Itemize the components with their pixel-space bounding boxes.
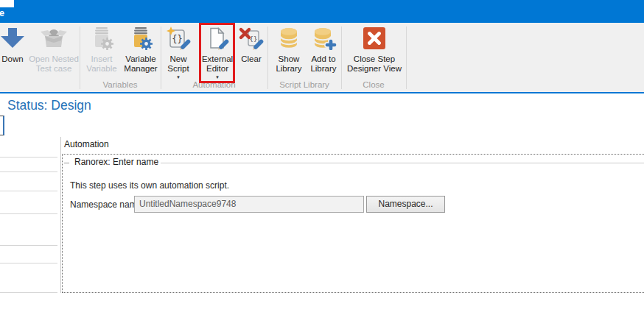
- ranorex-groupbox: [62, 154, 644, 293]
- package-gear-gray-icon: [88, 26, 116, 50]
- open-box-icon: [40, 26, 68, 50]
- close-red-x-icon: [360, 26, 388, 50]
- external-editor-button[interactable]: External Editor ▾: [201, 26, 234, 79]
- clear-script-icon: {}: [237, 26, 265, 50]
- ribbon-bottom-border: [0, 92, 644, 93]
- name-textbox-partial[interactable]: [0, 116, 4, 135]
- button-label: Variable Manager: [124, 54, 157, 74]
- button-label: Add to Library: [310, 54, 336, 74]
- ribbon-group-label-close: Close: [341, 80, 406, 89]
- ribbon: Down Open Nested Test case: [0, 23, 644, 92]
- step-designer-window: e Down Open Nested Test case: [0, 0, 644, 329]
- button-label: Insert Variable: [86, 54, 116, 74]
- groupbox-header-rule: [157, 163, 644, 163]
- button-label: Show Library: [276, 54, 301, 74]
- button-label: Down: [1, 54, 23, 64]
- namespace-name-label: Namespace name: [70, 199, 141, 210]
- automation-panel-title: Automation: [64, 139, 109, 149]
- overlap-corner: [0, 0, 14, 7]
- namespace-name-input[interactable]: UntitledNamespace9748: [134, 196, 364, 213]
- titlebar-text-fragment: e: [0, 8, 4, 18]
- left-panel-row-divider: [0, 171, 57, 172]
- namespace-button[interactable]: Namespace...: [366, 196, 445, 213]
- add-to-library-button[interactable]: Add to Library: [306, 26, 341, 74]
- ribbon-group-label-automation: Automation: [161, 80, 267, 89]
- groupbox-header-dash: [64, 163, 69, 163]
- group-separator: [406, 26, 407, 89]
- new-script-button[interactable]: {} New Script ▾: [163, 26, 194, 79]
- ribbon-group-label-script-library: Script Library: [267, 80, 341, 89]
- close-step-designer-view-button[interactable]: Close Step Designer View: [340, 26, 408, 74]
- left-panel-row-divider: [0, 245, 57, 246]
- left-panel-row-divider: [0, 263, 57, 263]
- button-label: Close Step Designer View: [347, 54, 402, 74]
- automation-description: This step uses its own automation script…: [70, 180, 229, 191]
- insert-variable-button: Insert Variable: [83, 26, 121, 74]
- arrow-down-icon: [0, 26, 27, 50]
- panel-splitter[interactable]: [60, 137, 61, 293]
- left-panel-row-divider: [0, 213, 57, 214]
- dropdown-arrow-icon: ▾: [177, 75, 180, 79]
- svg-text:{}: {}: [250, 35, 258, 43]
- button-label: External Editor: [202, 54, 233, 74]
- groupbox-title: Ranorex: Enter name: [72, 157, 161, 167]
- package-gear-icon: [127, 26, 155, 50]
- clear-button[interactable]: {} Clear: [237, 26, 266, 64]
- button-label: New Script: [167, 54, 189, 74]
- button-label: Clear: [241, 54, 261, 64]
- database-add-icon: [309, 26, 337, 50]
- script-new-icon: {}: [164, 26, 192, 50]
- dropdown-arrow-icon: ▾: [216, 75, 219, 79]
- left-panel-row-divider: [0, 157, 57, 158]
- database-icon: [275, 26, 303, 50]
- title-bar: e: [0, 0, 644, 23]
- left-panel-row-divider: [0, 191, 57, 191]
- document-pencil-icon: [203, 26, 231, 50]
- ribbon-group-label-variables: Variables: [80, 80, 161, 89]
- svg-text:{}: {}: [172, 34, 182, 44]
- button-label: Open Nested Test case: [29, 54, 79, 74]
- status-text: Status: Design: [7, 98, 91, 113]
- show-library-button[interactable]: Show Library: [272, 26, 306, 74]
- left-panel-row-divider: [0, 292, 57, 293]
- variable-manager-button[interactable]: Variable Manager: [120, 26, 161, 74]
- open-nested-testcase-button: Open Nested Test case: [29, 26, 78, 74]
